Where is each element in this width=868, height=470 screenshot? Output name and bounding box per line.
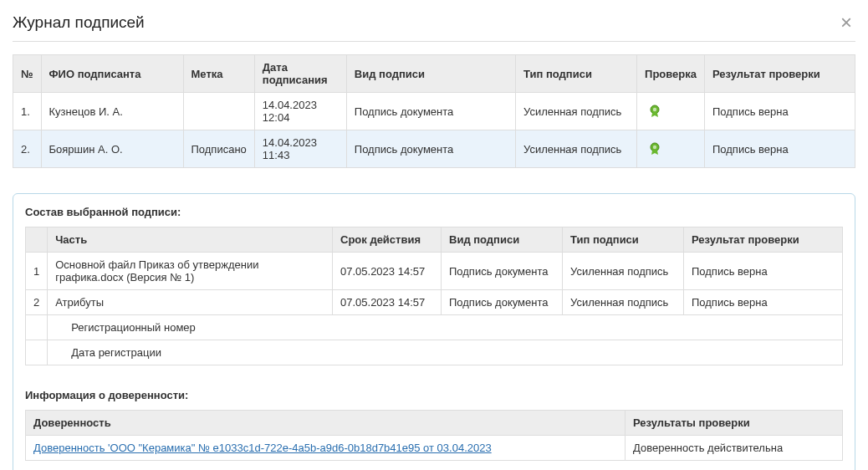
cell-label: Подписано <box>183 130 254 168</box>
table-row[interactable]: 2 Атрибуты 07.05.2023 14:57 Подпись доку… <box>26 290 843 315</box>
col-header-signer: ФИО подписанта <box>41 55 183 93</box>
cell-view: Подпись документа <box>346 93 515 130</box>
col-header-results: Результаты проверки <box>625 411 843 436</box>
cell-check <box>637 130 705 168</box>
table-row: Дата регистрации <box>26 340 843 365</box>
cell-num: 2. <box>13 130 42 168</box>
col-header-label: Метка <box>183 55 254 93</box>
col-header-view: Вид подписи <box>346 55 515 93</box>
cell-signer: Кузнецов И. А. <box>41 93 183 130</box>
signatures-table: № ФИО подписанта Метка Дата подписания В… <box>13 54 855 168</box>
close-icon[interactable]: × <box>837 13 855 33</box>
col-header-authority: Доверенность <box>26 411 625 436</box>
cell-result: Подпись верна <box>684 253 843 290</box>
cell-result: Подпись верна <box>684 290 843 315</box>
cell-validity: 07.05.2023 14:57 <box>333 253 442 290</box>
table-row[interactable]: 2. Бояршин А. О. Подписано 14.04.2023 11… <box>13 130 855 168</box>
cell-type: Усиленная подпись <box>516 130 637 168</box>
authority-table: Доверенность Результаты проверки Доверен… <box>25 410 843 461</box>
ribbon-icon <box>649 105 661 116</box>
cell-part: Основной файл Приказ об утверждении граф… <box>48 253 333 290</box>
authority-title: Информация о доверенности: <box>25 389 843 401</box>
cell-idx <box>26 340 48 365</box>
cell-date: 14.04.2023 12:04 <box>254 93 346 130</box>
ribbon-icon <box>649 142 661 154</box>
cell-idx: 2 <box>26 290 48 315</box>
cell-date: 14.04.2023 11:43 <box>254 130 346 168</box>
col-header-view: Вид подписи <box>442 227 563 253</box>
details-panel: Состав выбранной подписи: Часть Срок дей… <box>13 193 855 470</box>
cell-view: Подпись документа <box>346 130 515 168</box>
col-header-idx <box>26 227 48 253</box>
cell-type: Усиленная подпись <box>563 290 684 315</box>
cell-num: 1. <box>13 93 42 130</box>
col-header-num: № <box>13 55 42 93</box>
authority-link[interactable]: Доверенность 'ООО "Керамика" № e1033c1d-… <box>33 442 492 454</box>
svg-point-1 <box>653 107 656 110</box>
col-header-result: Результат проверки <box>705 55 855 93</box>
cell-result: Доверенность действительна <box>625 436 843 461</box>
cell-signer: Бояршин А. О. <box>41 130 183 168</box>
cell-check <box>637 93 705 130</box>
col-header-part: Часть <box>48 227 333 253</box>
cell-view: Подпись документа <box>442 253 563 290</box>
cell-sub-label: Дата регистрации <box>48 340 843 365</box>
cell-type: Усиленная подпись <box>516 93 637 130</box>
cell-sub-label: Регистрационный номер <box>48 315 843 340</box>
cell-result: Подпись верна <box>705 93 855 130</box>
cell-idx: 1 <box>26 253 48 290</box>
col-header-type: Тип подписи <box>516 55 637 93</box>
col-header-date: Дата подписания <box>254 55 346 93</box>
cell-idx <box>26 315 48 340</box>
cell-type: Усиленная подпись <box>563 253 684 290</box>
dialog-header: Журнал подписей × <box>13 13 855 42</box>
cell-authority: Доверенность 'ООО "Керамика" № e1033c1d-… <box>26 436 625 461</box>
composition-table: Часть Срок действия Вид подписи Тип подп… <box>25 227 843 365</box>
col-header-result: Результат проверки <box>684 227 843 253</box>
dialog-title: Журнал подписей <box>13 13 145 32</box>
composition-title: Состав выбранной подписи: <box>25 206 843 218</box>
table-row: Доверенность 'ООО "Керамика" № e1033c1d-… <box>26 436 843 461</box>
cell-label <box>183 93 254 130</box>
col-header-type: Тип подписи <box>563 227 684 253</box>
cell-result: Подпись верна <box>705 130 855 168</box>
cell-part: Атрибуты <box>48 290 333 315</box>
col-header-check: Проверка <box>637 55 705 93</box>
table-row[interactable]: 1 Основной файл Приказ об утверждении гр… <box>26 253 843 290</box>
svg-point-3 <box>653 145 656 148</box>
col-header-validity: Срок действия <box>333 227 442 253</box>
cell-view: Подпись документа <box>442 290 563 315</box>
cell-validity: 07.05.2023 14:57 <box>333 290 442 315</box>
table-row[interactable]: 1. Кузнецов И. А. 14.04.2023 12:04 Подпи… <box>13 93 855 130</box>
table-row: Регистрационный номер <box>26 315 843 340</box>
